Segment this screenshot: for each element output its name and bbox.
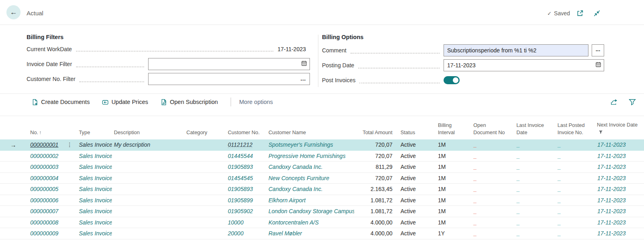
open-document-no-cell[interactable]: _ xyxy=(469,175,511,181)
customer-no-link[interactable]: 01905899 xyxy=(228,197,253,204)
column-header-last-invoice-date[interactable]: Last Invoice Date xyxy=(511,122,553,139)
no-link[interactable]: 000000007 xyxy=(30,208,58,214)
next-invoice-date-link[interactable]: 17-11-2023 xyxy=(597,175,626,181)
last-invoice-date-cell[interactable]: _ xyxy=(511,164,553,170)
total-amount-cell[interactable]: 2.163,45 xyxy=(354,186,396,192)
type-cell[interactable]: Sales Invoice xyxy=(76,175,112,181)
next-invoice-date-link[interactable]: 17-11-2023 xyxy=(597,230,626,237)
customer-name-link[interactable]: Ravel Møbler xyxy=(268,230,302,237)
table-row[interactable]: 000000005Sales Invoice01905893Candoxy Ca… xyxy=(0,184,644,195)
open-document-no-cell[interactable]: _ xyxy=(469,208,511,214)
column-header-open-document-no[interactable]: Open Document No xyxy=(469,122,511,139)
comment-input[interactable] xyxy=(444,45,588,56)
last-invoice-date-cell[interactable]: _ xyxy=(511,175,553,181)
billing-interval-cell[interactable]: 1M xyxy=(433,153,469,159)
status-cell[interactable]: Active xyxy=(396,164,433,170)
customer-no-link[interactable]: 20000 xyxy=(228,230,244,237)
column-header-next-invoice-date[interactable]: Next Invoice Date xyxy=(594,121,644,139)
status-cell[interactable]: Active xyxy=(396,230,433,237)
billing-interval-cell[interactable]: 1M xyxy=(433,164,469,170)
billing-interval-cell[interactable]: 1M xyxy=(433,208,469,214)
status-cell[interactable]: Active xyxy=(396,175,433,181)
type-cell[interactable]: Sales Invoice xyxy=(76,197,112,204)
total-amount-cell[interactable]: 811,29 xyxy=(354,164,396,170)
calendar-icon[interactable] xyxy=(301,60,307,68)
customer-name-link[interactable]: Progressive Home Furnishings xyxy=(268,153,345,159)
open-document-no-cell[interactable]: _ xyxy=(469,141,511,148)
column-header-status[interactable]: Status xyxy=(396,129,433,139)
assist-edit-icon[interactable]: … xyxy=(300,75,306,82)
table-row[interactable]: 000000007Sales Invoice01905902London Can… xyxy=(0,206,644,217)
customer-no-link[interactable]: 01121212 xyxy=(228,141,252,148)
customer-name-link[interactable]: New Concepts Furniture xyxy=(268,175,329,181)
column-header-type[interactable]: Type xyxy=(76,129,112,139)
column-header-description[interactable]: Description xyxy=(112,129,183,139)
customer-no-link[interactable]: 01454545 xyxy=(228,175,253,181)
next-invoice-date-link[interactable]: 17-11-2023 xyxy=(597,219,626,226)
table-row[interactable]: 000000004Sales Invoice01454545New Concep… xyxy=(0,173,644,184)
table-row[interactable]: 000000006Sales Invoice01905899Elkhorn Ai… xyxy=(0,195,644,206)
total-amount-cell[interactable]: 720,07 xyxy=(354,153,396,159)
last-invoice-date-cell[interactable]: _ xyxy=(511,219,553,226)
billing-interval-cell[interactable]: 1Y xyxy=(433,230,469,237)
customer-no-link[interactable]: 01905902 xyxy=(228,208,253,214)
comment-assist-edit-button[interactable]: ... xyxy=(592,44,604,56)
customer-name-link[interactable]: Elkhorn Airport xyxy=(268,197,305,204)
open-document-no-cell[interactable]: _ xyxy=(469,219,511,226)
no-link[interactable]: 000000006 xyxy=(30,197,58,204)
last-posted-invoice-no-cell[interactable]: _ xyxy=(553,208,594,214)
next-invoice-date-link[interactable]: 17-11-2023 xyxy=(597,208,626,214)
status-cell[interactable]: Active xyxy=(396,153,433,159)
customer-name-link[interactable]: Kontorcentralen A/S xyxy=(268,219,319,226)
open-document-no-cell[interactable]: _ xyxy=(469,153,511,159)
no-link[interactable]: 000000009 xyxy=(30,230,58,237)
last-invoice-date-cell[interactable]: _ xyxy=(511,208,553,214)
total-amount-cell[interactable]: 720,07 xyxy=(354,175,396,181)
calendar-icon[interactable] xyxy=(595,62,601,69)
last-posted-invoice-no-cell[interactable]: _ xyxy=(553,164,594,170)
last-invoice-date-cell[interactable]: _ xyxy=(511,153,553,159)
billing-interval-cell[interactable]: 1M xyxy=(433,141,469,148)
last-invoice-date-cell[interactable]: _ xyxy=(511,197,553,204)
customer-name-link[interactable]: Candoxy Canada Inc. xyxy=(268,164,323,170)
open-document-no-cell[interactable]: _ xyxy=(469,197,511,204)
post-invoices-toggle[interactable] xyxy=(444,76,460,84)
filter-icon[interactable] xyxy=(629,99,636,106)
no-link[interactable]: 000000003 xyxy=(30,164,58,170)
more-options-button[interactable]: More options xyxy=(239,99,273,105)
status-cell[interactable]: Active xyxy=(396,197,433,204)
customer-no-link[interactable]: 01905893 xyxy=(228,164,253,170)
description-cell[interactable]: My description xyxy=(112,141,183,148)
customer-no-link[interactable]: 10000 xyxy=(228,219,244,226)
no-link[interactable]: 000000001 xyxy=(30,141,58,148)
type-cell[interactable]: Sales Invoice xyxy=(76,230,112,237)
table-row[interactable]: 000000003Sales Invoice01905893Candoxy Ca… xyxy=(0,162,644,173)
update-prices-button[interactable]: Update Prices xyxy=(102,99,148,106)
column-header-customer-name[interactable]: Customer Name xyxy=(264,129,354,139)
last-posted-invoice-no-cell[interactable]: _ xyxy=(553,230,594,237)
column-header-last-posted-invoice-no[interactable]: Last Posted Invoice No. xyxy=(553,122,594,139)
share-icon[interactable] xyxy=(610,98,618,106)
customer-no-filter-input[interactable] xyxy=(149,73,310,85)
last-posted-invoice-no-cell[interactable]: _ xyxy=(553,153,594,159)
customer-name-link[interactable]: Spotsmeyer's Furnishings xyxy=(268,141,333,148)
type-cell[interactable]: Sales Invoice xyxy=(76,219,112,226)
total-amount-cell[interactable]: 1.081,72 xyxy=(354,208,396,214)
total-amount-cell[interactable]: 720,07 xyxy=(354,141,396,148)
type-cell[interactable]: Sales Invoice xyxy=(76,186,112,192)
total-amount-cell[interactable]: 4.000,00 xyxy=(354,230,396,237)
total-amount-cell[interactable]: 1.081,72 xyxy=(354,197,396,204)
last-invoice-date-cell[interactable]: _ xyxy=(511,230,553,237)
next-invoice-date-link[interactable]: 17-11-2023 xyxy=(597,141,626,148)
type-cell[interactable]: Sales Invoice xyxy=(76,153,112,159)
last-posted-invoice-no-cell[interactable]: _ xyxy=(553,219,594,226)
type-cell[interactable]: Sales Invoice xyxy=(76,164,112,170)
last-posted-invoice-no-cell[interactable]: _ xyxy=(553,141,594,148)
column-header-customer-no[interactable]: Customer No. xyxy=(219,129,264,139)
invoice-date-filter-input[interactable] xyxy=(149,58,310,70)
status-cell[interactable]: Active xyxy=(396,219,433,226)
billing-interval-cell[interactable]: 1M xyxy=(433,186,469,192)
billing-interval-cell[interactable]: 1M xyxy=(433,175,469,181)
no-link[interactable]: 000000002 xyxy=(30,153,58,159)
column-header-no[interactable]: No.↑ xyxy=(27,129,76,139)
